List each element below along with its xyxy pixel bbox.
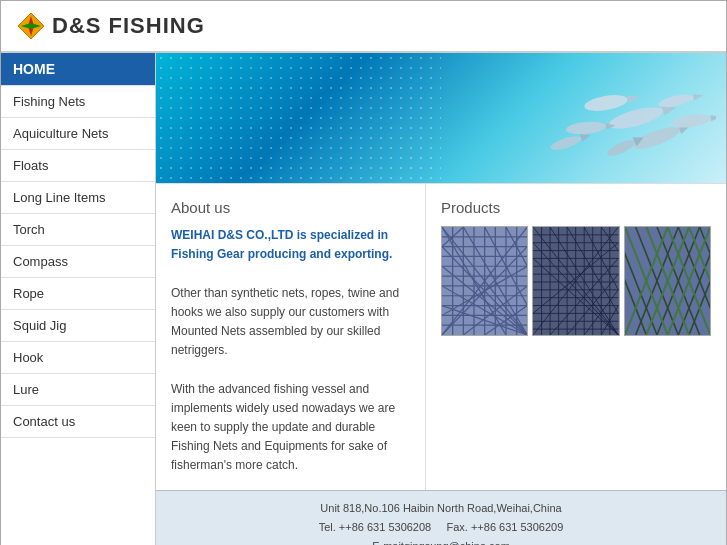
footer-fax: Fax. ++86 631 5306209 — [447, 521, 564, 533]
content-area: About us WEIHAI D&S CO.,LTD is specializ… — [156, 53, 726, 545]
svg-point-9 — [566, 120, 607, 135]
products-panel: Products — [426, 184, 726, 490]
svg-marker-16 — [710, 114, 716, 121]
banner — [156, 53, 726, 183]
about-heading: About us — [171, 199, 410, 216]
banner-fish — [436, 63, 716, 173]
nav-hook[interactable]: Hook — [1, 342, 155, 374]
svg-marker-12 — [693, 92, 704, 100]
nav-squid-jig[interactable]: Squid Jig — [1, 310, 155, 342]
logo-icon — [16, 11, 46, 41]
logo-text: D&S FISHING — [52, 13, 205, 39]
svg-marker-6 — [627, 93, 640, 103]
product-image-1 — [441, 226, 528, 336]
footer-tel: Tel. ++86 631 5306208 — [319, 521, 432, 533]
nav-aquiculture-nets[interactable]: Aquiculture Nets — [1, 118, 155, 150]
product-image-2 — [532, 226, 619, 336]
nav-torch[interactable]: Torch — [1, 214, 155, 246]
footer-info: Unit 818,No.106 Haibin North Road,Weihai… — [156, 490, 726, 545]
nav-rope[interactable]: Rope — [1, 278, 155, 310]
header: D&S FISHING — [1, 1, 726, 53]
main-content: HOME Fishing Nets Aquiculture Nets Float… — [1, 53, 726, 545]
footer-tel-fax: Tel. ++86 631 5306208 Fax. ++86 631 5306… — [164, 518, 718, 537]
svg-point-13 — [605, 137, 636, 159]
nav-home[interactable]: HOME — [1, 53, 155, 86]
product-image-3 — [624, 226, 711, 336]
about-panel: About us WEIHAI D&S CO.,LTD is specializ… — [156, 184, 426, 490]
footer-email: E-maitgingsung@china.com — [164, 537, 718, 545]
footer-address: Unit 818,No.106 Haibin North Road,Weihai… — [164, 499, 718, 518]
nav-compass[interactable]: Compass — [1, 246, 155, 278]
about-para1: WEIHAI D&S CO.,LTD is specialized in Fis… — [171, 228, 392, 261]
nav-lure[interactable]: Lure — [1, 374, 155, 406]
about-para2: Other than synthetic nets, ropes, twine … — [171, 286, 399, 358]
svg-point-17 — [549, 133, 583, 152]
main-panels: About us WEIHAI D&S CO.,LTD is specializ… — [156, 183, 726, 490]
svg-point-5 — [583, 92, 629, 113]
sidebar: HOME Fishing Nets Aquiculture Nets Float… — [1, 53, 156, 545]
nav-fishing-nets[interactable]: Fishing Nets — [1, 86, 155, 118]
about-text: WEIHAI D&S CO.,LTD is specialized in Fis… — [171, 226, 410, 475]
nav-contact-us[interactable]: Contact us — [1, 406, 155, 438]
page-wrapper: D&S FISHING HOME Fishing Nets Aquicultur… — [0, 0, 727, 545]
product-images — [441, 226, 711, 336]
about-para3: With the advanced fishing vessel and imp… — [171, 382, 395, 473]
banner-dots — [156, 53, 441, 183]
nav-long-line-items[interactable]: Long Line Items — [1, 182, 155, 214]
nav-floats[interactable]: Floats — [1, 150, 155, 182]
products-heading: Products — [441, 199, 711, 216]
svg-point-15 — [670, 112, 711, 129]
